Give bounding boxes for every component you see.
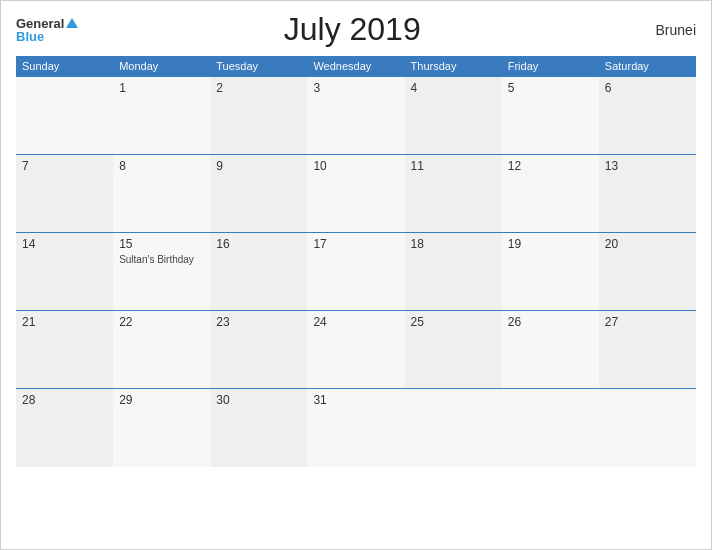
calendar-week-row: 78910111213 (16, 155, 696, 233)
calendar-cell: 27 (599, 311, 696, 389)
day-number: 10 (313, 159, 398, 173)
calendar-cell: 1 (113, 77, 210, 155)
calendar-cell: 24 (307, 311, 404, 389)
day-number: 21 (22, 315, 107, 329)
calendar-event: Sultan's Birthday (119, 253, 204, 266)
month-title: July 2019 (78, 11, 626, 48)
day-number: 26 (508, 315, 593, 329)
calendar-cell: 16 (210, 233, 307, 311)
calendar-cell (405, 389, 502, 467)
calendar-cell: 4 (405, 77, 502, 155)
calendar-cell: 6 (599, 77, 696, 155)
calendar-cell: 25 (405, 311, 502, 389)
logo-blue-text: Blue (16, 30, 78, 43)
calendar-cell: 19 (502, 233, 599, 311)
day-number: 13 (605, 159, 690, 173)
weekday-header-monday: Monday (113, 56, 210, 77)
day-number: 17 (313, 237, 398, 251)
calendar-table: SundayMondayTuesdayWednesdayThursdayFrid… (16, 56, 696, 467)
calendar-cell: 2 (210, 77, 307, 155)
weekday-header-friday: Friday (502, 56, 599, 77)
calendar-cell: 31 (307, 389, 404, 467)
day-number: 19 (508, 237, 593, 251)
day-number: 8 (119, 159, 204, 173)
calendar-cell: 8 (113, 155, 210, 233)
calendar-header: General Blue July 2019 Brunei (16, 11, 696, 48)
calendar-cell: 15Sultan's Birthday (113, 233, 210, 311)
calendar-week-row: 21222324252627 (16, 311, 696, 389)
calendar-cell: 30 (210, 389, 307, 467)
day-number: 1 (119, 81, 204, 95)
day-number: 24 (313, 315, 398, 329)
weekday-header-saturday: Saturday (599, 56, 696, 77)
day-number: 14 (22, 237, 107, 251)
calendar-cell: 18 (405, 233, 502, 311)
calendar-cell: 9 (210, 155, 307, 233)
day-number: 9 (216, 159, 301, 173)
day-number: 2 (216, 81, 301, 95)
calendar-cell: 29 (113, 389, 210, 467)
calendar-cell (502, 389, 599, 467)
day-number: 7 (22, 159, 107, 173)
calendar-cell: 13 (599, 155, 696, 233)
day-number: 25 (411, 315, 496, 329)
calendar-cell: 3 (307, 77, 404, 155)
day-number: 22 (119, 315, 204, 329)
day-number: 5 (508, 81, 593, 95)
day-number: 28 (22, 393, 107, 407)
day-number: 12 (508, 159, 593, 173)
logo: General Blue (16, 17, 78, 43)
day-number: 31 (313, 393, 398, 407)
calendar-week-row: 123456 (16, 77, 696, 155)
day-number: 4 (411, 81, 496, 95)
day-number: 3 (313, 81, 398, 95)
calendar-cell: 22 (113, 311, 210, 389)
calendar-container: General Blue July 2019 Brunei SundayMond… (0, 0, 712, 550)
calendar-cell: 21 (16, 311, 113, 389)
day-number: 20 (605, 237, 690, 251)
day-number: 11 (411, 159, 496, 173)
weekday-header-sunday: Sunday (16, 56, 113, 77)
calendar-cell: 5 (502, 77, 599, 155)
day-number: 16 (216, 237, 301, 251)
day-number: 6 (605, 81, 690, 95)
calendar-cell (599, 389, 696, 467)
calendar-cell (16, 77, 113, 155)
calendar-cell: 14 (16, 233, 113, 311)
day-number: 23 (216, 315, 301, 329)
calendar-week-row: 28293031 (16, 389, 696, 467)
day-number: 15 (119, 237, 204, 251)
calendar-cell: 11 (405, 155, 502, 233)
day-number: 18 (411, 237, 496, 251)
calendar-cell: 7 (16, 155, 113, 233)
logo-triangle-icon (66, 18, 78, 28)
calendar-cell: 28 (16, 389, 113, 467)
calendar-cell: 20 (599, 233, 696, 311)
weekday-header-row: SundayMondayTuesdayWednesdayThursdayFrid… (16, 56, 696, 77)
calendar-cell: 12 (502, 155, 599, 233)
calendar-cell: 10 (307, 155, 404, 233)
calendar-week-row: 1415Sultan's Birthday1617181920 (16, 233, 696, 311)
weekday-header-wednesday: Wednesday (307, 56, 404, 77)
country-name: Brunei (626, 22, 696, 38)
day-number: 29 (119, 393, 204, 407)
weekday-header-thursday: Thursday (405, 56, 502, 77)
calendar-cell: 17 (307, 233, 404, 311)
logo-general-text: General (16, 17, 64, 30)
day-number: 27 (605, 315, 690, 329)
weekday-header-tuesday: Tuesday (210, 56, 307, 77)
calendar-cell: 26 (502, 311, 599, 389)
day-number: 30 (216, 393, 301, 407)
calendar-cell: 23 (210, 311, 307, 389)
